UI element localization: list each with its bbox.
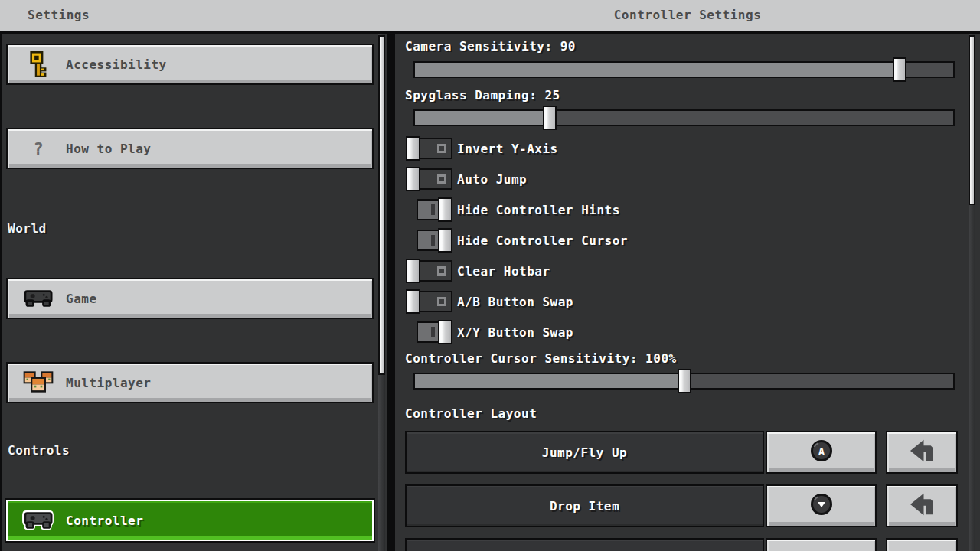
toggle-label: Invert Y-Axis (457, 142, 558, 156)
spyglass-damping-slider[interactable] (413, 109, 955, 126)
layout-action-button[interactable]: Drop Item (405, 484, 764, 527)
toggle-track (419, 168, 452, 190)
camera-sensitivity-label: Camera Sensitivity: 90 (405, 39, 576, 54)
toggle-xy-button-swap[interactable] (406, 320, 453, 344)
sidebar-item-multiplayer[interactable]: Multiplayer (6, 362, 374, 403)
toggle-row: Hide Controller Hints (406, 197, 965, 222)
camera-sensitivity-slider[interactable] (413, 61, 955, 78)
toggle-knob (438, 320, 452, 344)
controller-settings-screen: Settings Controller Settings Accessibili… (0, 0, 980, 551)
toggle-row: Invert Y-Axis (406, 136, 965, 161)
layout-action-label: Jump/Fly Up (542, 445, 627, 460)
slider-fill (415, 111, 550, 125)
toggle-row: Hide Controller Cursor (406, 228, 965, 253)
sidebar-item-label: Multiplayer (66, 376, 151, 390)
toggle-off-glyph (437, 266, 446, 276)
undo-arrow-icon (909, 493, 935, 519)
slider-handle[interactable] (893, 57, 906, 82)
key-icon (23, 51, 54, 77)
sidebar-item-label: Controller (66, 514, 143, 528)
toggle-label: Clear Hotbar (457, 264, 550, 279)
toggle-invert-y-axis[interactable] (406, 136, 453, 161)
layout-reset-button[interactable] (886, 484, 958, 527)
page-title-settings: Settings (28, 8, 90, 22)
toggle-hide-controller-hints[interactable] (406, 197, 453, 222)
toggle-label: Hide Controller Cursor (457, 233, 628, 248)
sidebar-scrollbar-thumb[interactable] (378, 35, 385, 375)
multiplayer-heads-icon (23, 370, 54, 395)
toggle-label: Auto Jump (457, 172, 527, 187)
toggle-label: X/Y Button Swap (457, 325, 573, 340)
sidebar-scrollbar (378, 34, 385, 551)
slider-fill (415, 63, 900, 77)
question-icon: ? (23, 139, 54, 158)
sidebar-section-world: World (8, 221, 47, 236)
slider-fill (415, 374, 684, 388)
undo-arrow-icon (909, 439, 935, 465)
layout-action-button[interactable]: Jump/Fly Up (405, 431, 764, 474)
toggle-knob (438, 228, 452, 253)
toggle-label: A/B Button Swap (457, 295, 573, 309)
slider-handle[interactable] (678, 369, 691, 393)
toggle-track (419, 138, 452, 159)
toggle-row: A/B Button Swap (406, 289, 965, 314)
sidebar-item-label: Game (66, 292, 97, 306)
layout-row-jump-fly-up: Jump/Fly Up A (405, 431, 970, 474)
toggle-label: Hide Controller Hints (457, 203, 620, 217)
toggle-row: Auto Jump (406, 167, 965, 191)
toggle-row: X/Y Button Swap (406, 320, 965, 344)
layout-action-button[interactable] (405, 538, 764, 551)
main-scrollbar-thumb[interactable] (969, 35, 975, 205)
gamepad-icon (23, 511, 54, 530)
toggle-hide-controller-cursor[interactable] (406, 228, 453, 253)
dpad-down-icon (810, 493, 833, 519)
layout-reset-button[interactable] (886, 538, 958, 551)
toggle-knob (438, 197, 452, 222)
svg-text:A: A (818, 445, 825, 458)
slider-handle[interactable] (543, 106, 557, 130)
a-button-icon: A (810, 439, 833, 465)
page-title-controller-settings: Controller Settings (395, 8, 980, 22)
sidebar-item-accessibility[interactable]: Accessibility (6, 44, 374, 85)
toggle-ab-button-swap[interactable] (406, 289, 453, 314)
toggle-track (419, 260, 452, 282)
controller-layout-label: Controller Layout (405, 406, 537, 421)
toggle-auto-jump[interactable] (406, 167, 453, 191)
controller-settings-panel: Camera Sensitivity: 90 Spyglass Damping:… (395, 34, 980, 551)
toggle-on-glyph (431, 204, 435, 215)
toggle-on-glyph (431, 235, 435, 246)
toggle-off-glyph (437, 297, 446, 306)
main-scrollbar (969, 34, 975, 551)
sidebar-item-controller[interactable]: Controller (6, 500, 374, 541)
layout-binding-button[interactable] (766, 484, 877, 527)
toggle-on-glyph (431, 327, 435, 337)
sidebar-item-label: How to Play (66, 142, 151, 156)
toggle-track (419, 291, 452, 312)
sidebar-item-how-to-play[interactable]: ? How to Play (6, 128, 374, 169)
settings-sidebar: Accessibility ? How to Play World Game (2, 34, 387, 551)
layout-row-drop-item: Drop Item (405, 484, 970, 527)
spyglass-damping-label: Spyglass Damping: 25 (405, 88, 560, 103)
sidebar-item-game[interactable]: Game (6, 278, 374, 319)
toggle-off-glyph (437, 174, 446, 184)
cursor-sensitivity-label: Controller Cursor Sensitivity: 100% (405, 351, 677, 366)
sidebar-item-label: Accessibility (66, 57, 167, 72)
top-bar: Settings Controller Settings (0, 0, 980, 31)
cursor-sensitivity-slider[interactable] (413, 373, 955, 390)
layout-binding-button[interactable] (766, 538, 877, 551)
layout-binding-button[interactable]: A (766, 431, 877, 474)
toggle-row: Clear Hotbar (406, 259, 965, 283)
layout-row-partial (405, 538, 970, 551)
sidebar-section-controls: Controls (8, 443, 70, 458)
toggle-clear-hotbar[interactable] (406, 259, 453, 283)
gamepad-icon (23, 289, 54, 308)
toggle-off-glyph (437, 144, 446, 153)
layout-reset-button[interactable] (886, 431, 958, 474)
layout-action-label: Drop Item (550, 499, 619, 514)
